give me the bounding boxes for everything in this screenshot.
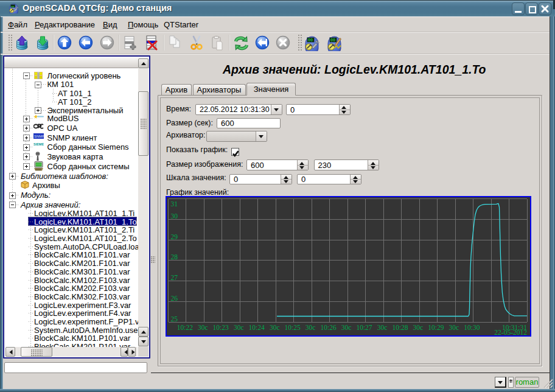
svg-text:27: 27 [171,274,178,281]
svg-text:30c: 30c [341,324,352,331]
svg-text:00: 00 [308,38,313,43]
svg-text:30c: 30c [270,324,280,331]
svg-text:00: 00 [330,38,335,43]
svg-text:30: 30 [171,212,178,219]
svg-text:10:24: 10:24 [249,324,265,331]
svg-text:31: 31 [171,200,178,208]
svg-text:10:30: 10:30 [464,324,480,331]
svg-text:30c: 30c [234,324,244,331]
svg-text:29: 29 [171,233,178,240]
svg-text:26: 26 [171,294,178,301]
svg-text:30c: 30c [377,324,388,331]
svg-text:SIEMENS: SIEMENS [33,142,44,146]
svg-text:30c: 30c [305,324,316,331]
svg-text:30c: 30c [198,324,208,331]
svg-text:30c: 30c [449,324,459,331]
svg-text:10:26: 10:26 [320,324,336,331]
svg-text:10:29: 10:29 [428,324,444,331]
svg-text:10:22: 10:22 [177,324,193,331]
svg-text:SNMP: SNMP [34,135,44,138]
svg-text:10:28: 10:28 [392,324,408,331]
svg-text:28: 28 [171,253,178,261]
svg-text:22-05-2012: 22-05-2012 [494,329,527,336]
svg-text:10:23: 10:23 [213,324,229,331]
svg-text:30c: 30c [413,324,424,331]
svg-text:10:25: 10:25 [284,324,300,331]
svg-text:25: 25 [171,315,178,322]
svg-text:10:27: 10:27 [356,324,372,331]
svg-text:00: 00 [11,5,15,8]
